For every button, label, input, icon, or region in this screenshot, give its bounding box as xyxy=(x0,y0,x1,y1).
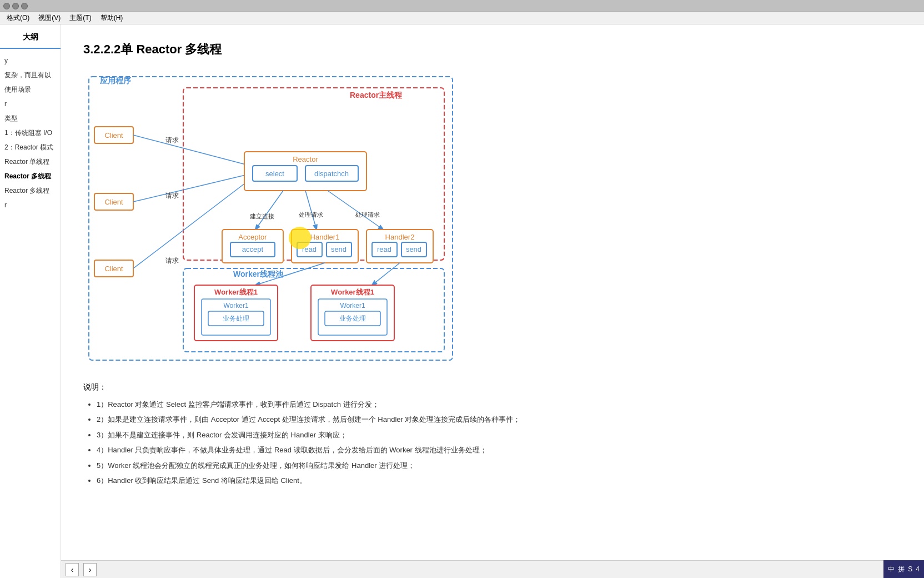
svg-text:read: read xyxy=(377,245,391,253)
sidebar-header: 大纲 xyxy=(0,29,61,49)
menubar: 格式(O) 视图(V) 主题(T) 帮助(H) xyxy=(0,12,924,24)
sidebar-item-reactor-multi[interactable]: Reactor 多线程 xyxy=(0,183,61,198)
svg-text:请求: 请求 xyxy=(165,257,179,265)
sidebar-item-type[interactable]: 类型 xyxy=(0,111,61,126)
titlebar-dot-2 xyxy=(12,3,19,9)
svg-text:dispatchch: dispatchch xyxy=(314,170,349,178)
page-title: 3.2.2.2单 Reactor 多线程 xyxy=(83,41,902,58)
description-section: 说明： 1）Reactor 对象通过 Select 监控客户端请求事件，收到事件… xyxy=(83,382,902,487)
svg-text:accept: accept xyxy=(242,245,264,253)
svg-text:业务处理: 业务处理 xyxy=(339,315,366,322)
sidebar-item-r2[interactable]: r xyxy=(0,198,61,212)
titlebar-dot-1 xyxy=(3,3,10,9)
svg-text:send: send xyxy=(406,245,421,253)
tray-item-3: S xyxy=(908,565,912,573)
svg-text:Worker线程1: Worker线程1 xyxy=(331,288,374,296)
system-tray: 中 拼 S 4 xyxy=(883,560,924,578)
svg-text:请求: 请求 xyxy=(165,192,179,200)
svg-text:处理请求: 处理请求 xyxy=(355,211,380,218)
sidebar-item-r[interactable]: r xyxy=(0,97,61,111)
titlebar-dot-3 xyxy=(21,3,28,9)
svg-text:send: send xyxy=(331,245,346,253)
svg-text:Client: Client xyxy=(104,265,123,273)
desc-item-4: 4）Handler 只负责响应事件，不做具体业务处理，通过 Read 读取数据后… xyxy=(97,444,902,456)
desc-item-6: 6）Handler 收到响应结果后通过 Send 将响应结果返回给 Client… xyxy=(97,474,902,487)
svg-text:Worker线程池: Worker线程池 xyxy=(233,270,284,278)
sidebar-item-reactor-multi-active[interactable]: Reactor 多线程 xyxy=(0,169,61,183)
diagram-container: 应用程序 Reactor主线程 Worker线程池 Client Client … xyxy=(83,71,461,366)
svg-point-60 xyxy=(289,227,311,249)
sidebar-item-blocking-io[interactable]: 1：传统阻塞 I/O xyxy=(0,126,61,140)
svg-text:请求: 请求 xyxy=(165,136,179,144)
sidebar-item-y[interactable]: y xyxy=(0,53,61,68)
desc-item-3: 3）如果不是建立连接事件，则 Reactor 会发调用连接对应的 Handler… xyxy=(97,428,902,441)
sidebar-item-reactor-single[interactable]: Reactor 单线程 xyxy=(0,155,61,169)
svg-text:Handler1: Handler1 xyxy=(310,233,340,241)
tray-item-1: 中 xyxy=(888,565,895,574)
description-title: 说明： xyxy=(83,382,902,392)
titlebar xyxy=(0,0,924,12)
sidebar-item-usecase[interactable]: 使用场景 xyxy=(0,82,61,97)
sidebar-item-reactor-pattern[interactable]: 2：Reactor 模式 xyxy=(0,140,61,155)
menu-item-help[interactable]: 帮助(H) xyxy=(96,12,128,24)
menu-item-view[interactable]: 视图(V) xyxy=(34,12,65,24)
menu-item-format[interactable]: 格式(O) xyxy=(2,12,34,24)
description-list: 1）Reactor 对象通过 Select 监控客户端请求事件，收到事件后通过 … xyxy=(83,398,902,487)
next-button[interactable]: › xyxy=(83,563,97,576)
bottom-toolbar: ‹ › xyxy=(61,560,924,578)
desc-item-2: 2）如果是建立连接请求事件，则由 Acceptor 通过 Accept 处理连接… xyxy=(97,413,902,426)
svg-text:Client: Client xyxy=(104,131,123,139)
sidebar-item-complex[interactable]: 复杂，而且有以 xyxy=(0,68,61,82)
svg-text:处理请求: 处理请求 xyxy=(299,211,323,218)
svg-text:业务处理: 业务处理 xyxy=(223,315,249,322)
svg-text:Acceptor: Acceptor xyxy=(238,233,267,241)
svg-text:应用程序: 应用程序 xyxy=(99,76,132,85)
svg-text:建立连接: 建立连接 xyxy=(249,213,274,220)
prev-button[interactable]: ‹ xyxy=(66,563,79,576)
svg-text:Client: Client xyxy=(104,198,123,206)
tray-item-2: 拼 xyxy=(898,565,905,574)
desc-item-1: 1）Reactor 对象通过 Select 监控客户端请求事件，收到事件后通过 … xyxy=(97,398,902,411)
sidebar: 大纲 y 复杂，而且有以 使用场景 r 类型 1：传统阻塞 I/O 2：Reac… xyxy=(0,24,61,578)
diagram-svg: 应用程序 Reactor主线程 Worker线程池 Client Client … xyxy=(83,71,461,366)
svg-text:Handler2: Handler2 xyxy=(385,233,415,241)
svg-text:Worker1: Worker1 xyxy=(340,302,365,310)
desc-item-5: 5）Worker 线程池会分配独立的线程完成真正的业务处理，如何将响应结果发给 … xyxy=(97,459,902,472)
svg-text:Worker1: Worker1 xyxy=(223,302,248,310)
tray-item-4: 4 xyxy=(916,565,920,573)
svg-text:Reactor主线程: Reactor主线程 xyxy=(350,91,403,99)
menu-item-theme[interactable]: 主题(T) xyxy=(65,12,96,24)
svg-text:select: select xyxy=(265,170,284,178)
titlebar-controls xyxy=(3,3,28,9)
svg-text:Reactor: Reactor xyxy=(293,155,318,163)
svg-text:Worker线程1: Worker线程1 xyxy=(214,288,258,296)
main-content: 3.2.2.2单 Reactor 多线程 应用程序 Reactor主线程 Wor… xyxy=(61,24,924,578)
